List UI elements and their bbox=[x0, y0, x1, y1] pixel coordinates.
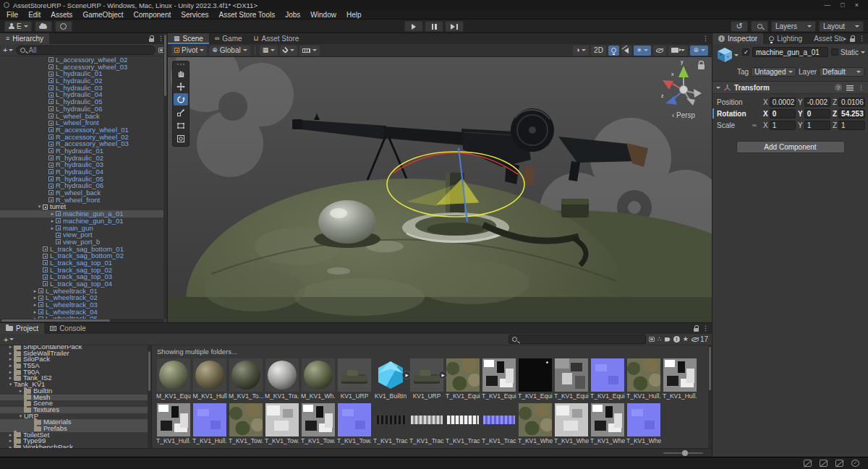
2d-toggle[interactable]: 2D bbox=[591, 46, 606, 56]
menu-item[interactable]: Services bbox=[176, 11, 213, 19]
project-search-input[interactable] bbox=[509, 335, 646, 344]
hierarchy-vertical-scrollbar[interactable] bbox=[163, 33, 167, 319]
slider-thumb[interactable] bbox=[682, 450, 688, 456]
expand-arrow-icon[interactable]: ▸ bbox=[7, 363, 14, 369]
gizmos-dropdown[interactable]: ⊕ bbox=[690, 46, 708, 56]
overlay-drag-handle[interactable] bbox=[174, 62, 188, 66]
thumbnail-zoom-slider[interactable] bbox=[663, 452, 703, 454]
expand-arrow-icon[interactable]: ▸ bbox=[32, 294, 38, 301]
x-value-field[interactable]: 0.0002 bbox=[770, 98, 796, 107]
object-icon-button[interactable] bbox=[716, 47, 739, 64]
save-search-button[interactable]: ★ bbox=[683, 336, 689, 343]
expand-arrow-icon[interactable]: ▸ bbox=[49, 210, 56, 218]
expand-arrow-icon[interactable]: ▸ bbox=[49, 225, 56, 232]
asset-item[interactable]: T_KV1_Trac... bbox=[409, 403, 445, 444]
cloud-disabled-icon[interactable] bbox=[835, 460, 843, 467]
asset-item[interactable]: T_KV1_Trac... bbox=[481, 403, 517, 444]
expand-arrow-icon[interactable]: ▸ bbox=[17, 388, 24, 395]
lighting-toggle[interactable] bbox=[608, 46, 619, 56]
y-value-field[interactable]: 1 bbox=[804, 121, 830, 130]
panel-menu-icon[interactable]: ⋮ bbox=[702, 325, 709, 332]
asset-item[interactable]: T_KV1_Hull... bbox=[626, 358, 662, 400]
grid-snap-button[interactable]: ▦ bbox=[260, 46, 278, 56]
tab-project[interactable]: Project bbox=[0, 323, 44, 334]
asset-item[interactable]: KV1_BuiltIn bbox=[373, 358, 409, 400]
z-value-field[interactable]: 1 bbox=[838, 121, 865, 130]
folder-row[interactable]: Mesh bbox=[0, 395, 151, 401]
audio-toggle[interactable] bbox=[621, 46, 631, 56]
search-button[interactable] bbox=[751, 21, 768, 32]
folder-row[interactable]: Scene bbox=[0, 400, 151, 407]
asset-item[interactable]: M_KV1_To... bbox=[228, 358, 264, 400]
panel-menu-icon[interactable]: ⋮ bbox=[702, 35, 709, 42]
y-value-field[interactable]: -0.002 bbox=[804, 98, 830, 107]
perspective-label[interactable]: ‹ Persp bbox=[672, 111, 696, 119]
link-scale-icon[interactable]: ∞ bbox=[752, 122, 761, 129]
tab-scene[interactable]: ▦ Scene bbox=[168, 33, 209, 44]
folder-row[interactable]: ▾ URP bbox=[0, 413, 151, 420]
asset-item[interactable]: T_KV1_Equi... bbox=[517, 358, 553, 400]
pivot-mode-dropdown[interactable]: Pivot bbox=[171, 46, 207, 56]
asset-item[interactable]: T_KV1_Hull... bbox=[662, 358, 698, 400]
menu-item[interactable]: Window bbox=[305, 11, 341, 19]
component-menu-icon[interactable]: ⋮ bbox=[858, 85, 864, 91]
undo-history-button[interactable]: ↺ bbox=[731, 21, 748, 32]
tab-overflow-icon[interactable]: ▸ bbox=[843, 35, 846, 42]
move-tool[interactable] bbox=[174, 80, 188, 92]
asset-item[interactable]: T_KV1_Equi... bbox=[590, 358, 626, 400]
menu-item[interactable]: Component bbox=[129, 11, 176, 19]
tab-game[interactable]: ∞ Game bbox=[209, 33, 248, 44]
menu-item[interactable]: File bbox=[1, 11, 23, 19]
y-value-field[interactable]: 0 bbox=[804, 109, 830, 119]
maximize-button[interactable]: □ bbox=[841, 1, 844, 9]
asset-item[interactable]: T_KV1_Hull... bbox=[156, 403, 192, 444]
tab-lighting[interactable]: Lighting bbox=[763, 33, 808, 44]
object-name-field[interactable]: machine_gun_a_01 bbox=[752, 47, 828, 57]
scene-canvas[interactable]: x y z ‹ Persp bbox=[168, 57, 712, 322]
asset-item[interactable]: KV1_URP bbox=[409, 358, 445, 400]
asset-item[interactable]: M_KV1_Hull bbox=[192, 358, 228, 400]
menu-item[interactable]: Jobs bbox=[280, 11, 305, 19]
expand-arrow-icon[interactable]: ▸ bbox=[7, 356, 14, 363]
expand-arrow-icon[interactable]: ▾ bbox=[7, 382, 14, 388]
cloud-button[interactable] bbox=[35, 21, 52, 32]
close-button[interactable]: × bbox=[855, 1, 859, 9]
hierarchy-item[interactable]: R_wheel_front bbox=[0, 197, 167, 204]
chevron-down-icon[interactable] bbox=[861, 51, 865, 53]
expand-arrow-icon[interactable]: ▸ bbox=[7, 369, 14, 376]
lock-icon[interactable] bbox=[149, 38, 154, 42]
add-component-button[interactable]: Add Component bbox=[736, 141, 845, 153]
active-checkbox[interactable] bbox=[742, 48, 749, 56]
status-ok-icon[interactable] bbox=[851, 460, 859, 467]
menu-item[interactable]: Help bbox=[341, 11, 367, 19]
asset-grid-scrollbar[interactable] bbox=[708, 345, 712, 448]
tab-asset-store-uploader[interactable]: Asset Store Uploa bbox=[808, 33, 843, 44]
foldout-arrow-icon[interactable] bbox=[716, 87, 720, 89]
asset-item[interactable]: T_KV1_Tow... bbox=[300, 403, 336, 444]
lock-icon[interactable] bbox=[850, 38, 855, 42]
presets-icon[interactable] bbox=[846, 85, 854, 91]
measure-tool-button[interactable] bbox=[299, 46, 320, 56]
asset-item[interactable]: T_KV1_Whe... bbox=[517, 403, 553, 444]
asset-item[interactable]: M_KV1_Wh... bbox=[300, 358, 336, 400]
expand-arrow-icon[interactable]: ▸ bbox=[7, 345, 14, 350]
transform-tool[interactable] bbox=[174, 132, 188, 145]
snap-increment-button[interactable] bbox=[280, 46, 297, 56]
search-by-type-button[interactable] bbox=[649, 337, 655, 342]
burst-disabled-icon[interactable] bbox=[804, 460, 812, 467]
asset-item[interactable]: T_KV1_Equi... bbox=[553, 358, 590, 400]
menu-item[interactable]: Asset Store Tools bbox=[214, 11, 281, 19]
panel-menu-icon[interactable]: ⋮ bbox=[859, 35, 865, 42]
expand-arrow-icon[interactable]: ▸ bbox=[32, 309, 38, 316]
search-importance-button[interactable] bbox=[673, 336, 680, 343]
expand-arrow-icon[interactable]: ▸ bbox=[49, 218, 56, 225]
play-button[interactable] bbox=[404, 21, 423, 32]
scene-visibility-toggle[interactable] bbox=[653, 46, 666, 56]
asset-item[interactable]: T_KV1_Whe... bbox=[590, 403, 626, 444]
scale-tool[interactable] bbox=[174, 106, 188, 119]
layer-dropdown[interactable]: Default bbox=[819, 67, 864, 77]
expand-arrow-icon[interactable]: ▸ bbox=[32, 288, 38, 295]
asset-item[interactable]: T_KV1_Tow... bbox=[336, 403, 373, 444]
menu-item[interactable]: Assets bbox=[46, 11, 77, 19]
layout-dropdown[interactable]: Layout bbox=[819, 21, 864, 32]
